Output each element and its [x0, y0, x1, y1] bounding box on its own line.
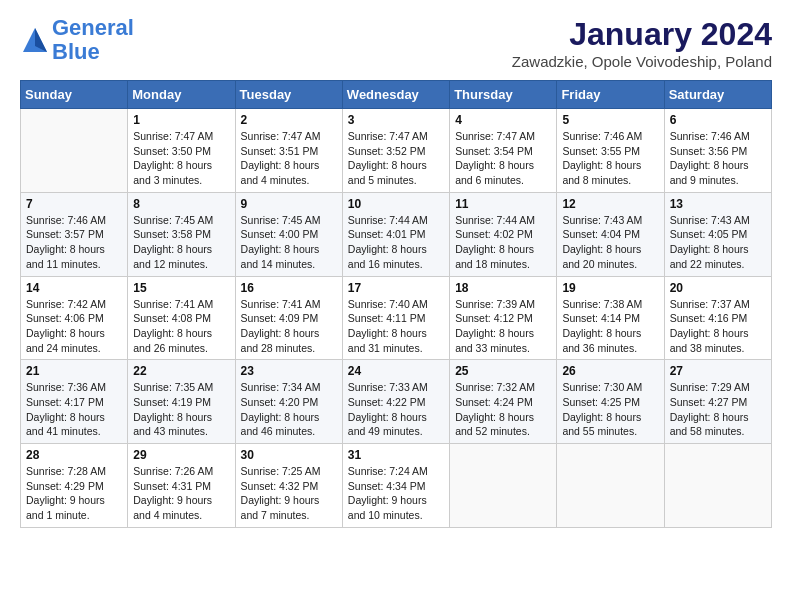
calendar-header-row: SundayMondayTuesdayWednesdayThursdayFrid… — [21, 81, 772, 109]
calendar-cell: 30Sunrise: 7:25 AM Sunset: 4:32 PM Dayli… — [235, 444, 342, 528]
day-number: 16 — [241, 281, 337, 295]
calendar-cell: 25Sunrise: 7:32 AM Sunset: 4:24 PM Dayli… — [450, 360, 557, 444]
day-info: Sunrise: 7:44 AM Sunset: 4:02 PM Dayligh… — [455, 213, 551, 272]
header-day-saturday: Saturday — [664, 81, 771, 109]
day-number: 12 — [562, 197, 658, 211]
day-number: 4 — [455, 113, 551, 127]
header-day-sunday: Sunday — [21, 81, 128, 109]
day-info: Sunrise: 7:41 AM Sunset: 4:08 PM Dayligh… — [133, 297, 229, 356]
day-number: 17 — [348, 281, 444, 295]
day-number: 29 — [133, 448, 229, 462]
day-number: 10 — [348, 197, 444, 211]
calendar-cell — [21, 109, 128, 193]
day-number: 2 — [241, 113, 337, 127]
day-number: 31 — [348, 448, 444, 462]
calendar-cell: 6Sunrise: 7:46 AM Sunset: 3:56 PM Daylig… — [664, 109, 771, 193]
calendar-cell: 13Sunrise: 7:43 AM Sunset: 4:05 PM Dayli… — [664, 192, 771, 276]
day-info: Sunrise: 7:38 AM Sunset: 4:14 PM Dayligh… — [562, 297, 658, 356]
calendar-cell: 12Sunrise: 7:43 AM Sunset: 4:04 PM Dayli… — [557, 192, 664, 276]
calendar-cell: 20Sunrise: 7:37 AM Sunset: 4:16 PM Dayli… — [664, 276, 771, 360]
day-number: 3 — [348, 113, 444, 127]
day-number: 5 — [562, 113, 658, 127]
week-row-3: 14Sunrise: 7:42 AM Sunset: 4:06 PM Dayli… — [21, 276, 772, 360]
day-number: 18 — [455, 281, 551, 295]
header-day-friday: Friday — [557, 81, 664, 109]
day-info: Sunrise: 7:46 AM Sunset: 3:56 PM Dayligh… — [670, 129, 766, 188]
calendar-cell: 9Sunrise: 7:45 AM Sunset: 4:00 PM Daylig… — [235, 192, 342, 276]
calendar-cell: 8Sunrise: 7:45 AM Sunset: 3:58 PM Daylig… — [128, 192, 235, 276]
day-number: 28 — [26, 448, 122, 462]
week-row-2: 7Sunrise: 7:46 AM Sunset: 3:57 PM Daylig… — [21, 192, 772, 276]
day-number: 15 — [133, 281, 229, 295]
day-number: 21 — [26, 364, 122, 378]
calendar-cell: 1Sunrise: 7:47 AM Sunset: 3:50 PM Daylig… — [128, 109, 235, 193]
day-info: Sunrise: 7:30 AM Sunset: 4:25 PM Dayligh… — [562, 380, 658, 439]
day-info: Sunrise: 7:41 AM Sunset: 4:09 PM Dayligh… — [241, 297, 337, 356]
day-info: Sunrise: 7:43 AM Sunset: 4:04 PM Dayligh… — [562, 213, 658, 272]
day-number: 24 — [348, 364, 444, 378]
calendar-cell: 4Sunrise: 7:47 AM Sunset: 3:54 PM Daylig… — [450, 109, 557, 193]
day-info: Sunrise: 7:45 AM Sunset: 4:00 PM Dayligh… — [241, 213, 337, 272]
calendar-cell: 21Sunrise: 7:36 AM Sunset: 4:17 PM Dayli… — [21, 360, 128, 444]
day-number: 9 — [241, 197, 337, 211]
day-info: Sunrise: 7:47 AM Sunset: 3:51 PM Dayligh… — [241, 129, 337, 188]
day-number: 11 — [455, 197, 551, 211]
header-day-thursday: Thursday — [450, 81, 557, 109]
day-info: Sunrise: 7:44 AM Sunset: 4:01 PM Dayligh… — [348, 213, 444, 272]
calendar-subtitle: Zawadzkie, Opole Voivodeship, Poland — [512, 53, 772, 70]
day-number: 27 — [670, 364, 766, 378]
day-info: Sunrise: 7:47 AM Sunset: 3:50 PM Dayligh… — [133, 129, 229, 188]
week-row-5: 28Sunrise: 7:28 AM Sunset: 4:29 PM Dayli… — [21, 444, 772, 528]
day-info: Sunrise: 7:24 AM Sunset: 4:34 PM Dayligh… — [348, 464, 444, 523]
calendar-cell: 18Sunrise: 7:39 AM Sunset: 4:12 PM Dayli… — [450, 276, 557, 360]
day-info: Sunrise: 7:45 AM Sunset: 3:58 PM Dayligh… — [133, 213, 229, 272]
calendar-cell: 16Sunrise: 7:41 AM Sunset: 4:09 PM Dayli… — [235, 276, 342, 360]
day-info: Sunrise: 7:36 AM Sunset: 4:17 PM Dayligh… — [26, 380, 122, 439]
day-number: 19 — [562, 281, 658, 295]
calendar-cell: 27Sunrise: 7:29 AM Sunset: 4:27 PM Dayli… — [664, 360, 771, 444]
calendar-cell: 26Sunrise: 7:30 AM Sunset: 4:25 PM Dayli… — [557, 360, 664, 444]
calendar-cell: 19Sunrise: 7:38 AM Sunset: 4:14 PM Dayli… — [557, 276, 664, 360]
calendar-body: 1Sunrise: 7:47 AM Sunset: 3:50 PM Daylig… — [21, 109, 772, 528]
day-info: Sunrise: 7:40 AM Sunset: 4:11 PM Dayligh… — [348, 297, 444, 356]
week-row-4: 21Sunrise: 7:36 AM Sunset: 4:17 PM Dayli… — [21, 360, 772, 444]
calendar-cell: 28Sunrise: 7:28 AM Sunset: 4:29 PM Dayli… — [21, 444, 128, 528]
day-number: 1 — [133, 113, 229, 127]
day-number: 8 — [133, 197, 229, 211]
logo: General Blue — [20, 16, 134, 64]
day-number: 30 — [241, 448, 337, 462]
calendar-cell — [664, 444, 771, 528]
calendar-cell — [450, 444, 557, 528]
day-info: Sunrise: 7:34 AM Sunset: 4:20 PM Dayligh… — [241, 380, 337, 439]
header-day-monday: Monday — [128, 81, 235, 109]
day-number: 14 — [26, 281, 122, 295]
day-info: Sunrise: 7:43 AM Sunset: 4:05 PM Dayligh… — [670, 213, 766, 272]
day-info: Sunrise: 7:46 AM Sunset: 3:55 PM Dayligh… — [562, 129, 658, 188]
calendar-cell: 11Sunrise: 7:44 AM Sunset: 4:02 PM Dayli… — [450, 192, 557, 276]
calendar-cell: 7Sunrise: 7:46 AM Sunset: 3:57 PM Daylig… — [21, 192, 128, 276]
title-block: January 2024 Zawadzkie, Opole Voivodeshi… — [512, 16, 772, 70]
day-info: Sunrise: 7:35 AM Sunset: 4:19 PM Dayligh… — [133, 380, 229, 439]
day-info: Sunrise: 7:46 AM Sunset: 3:57 PM Dayligh… — [26, 213, 122, 272]
day-number: 25 — [455, 364, 551, 378]
day-number: 23 — [241, 364, 337, 378]
day-number: 26 — [562, 364, 658, 378]
day-info: Sunrise: 7:25 AM Sunset: 4:32 PM Dayligh… — [241, 464, 337, 523]
day-info: Sunrise: 7:33 AM Sunset: 4:22 PM Dayligh… — [348, 380, 444, 439]
day-info: Sunrise: 7:47 AM Sunset: 3:52 PM Dayligh… — [348, 129, 444, 188]
day-info: Sunrise: 7:42 AM Sunset: 4:06 PM Dayligh… — [26, 297, 122, 356]
day-number: 22 — [133, 364, 229, 378]
logo-icon — [20, 25, 50, 55]
day-info: Sunrise: 7:32 AM Sunset: 4:24 PM Dayligh… — [455, 380, 551, 439]
day-number: 13 — [670, 197, 766, 211]
day-info: Sunrise: 7:39 AM Sunset: 4:12 PM Dayligh… — [455, 297, 551, 356]
header-day-tuesday: Tuesday — [235, 81, 342, 109]
calendar-cell: 15Sunrise: 7:41 AM Sunset: 4:08 PM Dayli… — [128, 276, 235, 360]
header-day-wednesday: Wednesday — [342, 81, 449, 109]
day-info: Sunrise: 7:37 AM Sunset: 4:16 PM Dayligh… — [670, 297, 766, 356]
day-number: 7 — [26, 197, 122, 211]
calendar-cell: 31Sunrise: 7:24 AM Sunset: 4:34 PM Dayli… — [342, 444, 449, 528]
calendar-cell — [557, 444, 664, 528]
calendar-cell: 17Sunrise: 7:40 AM Sunset: 4:11 PM Dayli… — [342, 276, 449, 360]
calendar-cell: 29Sunrise: 7:26 AM Sunset: 4:31 PM Dayli… — [128, 444, 235, 528]
